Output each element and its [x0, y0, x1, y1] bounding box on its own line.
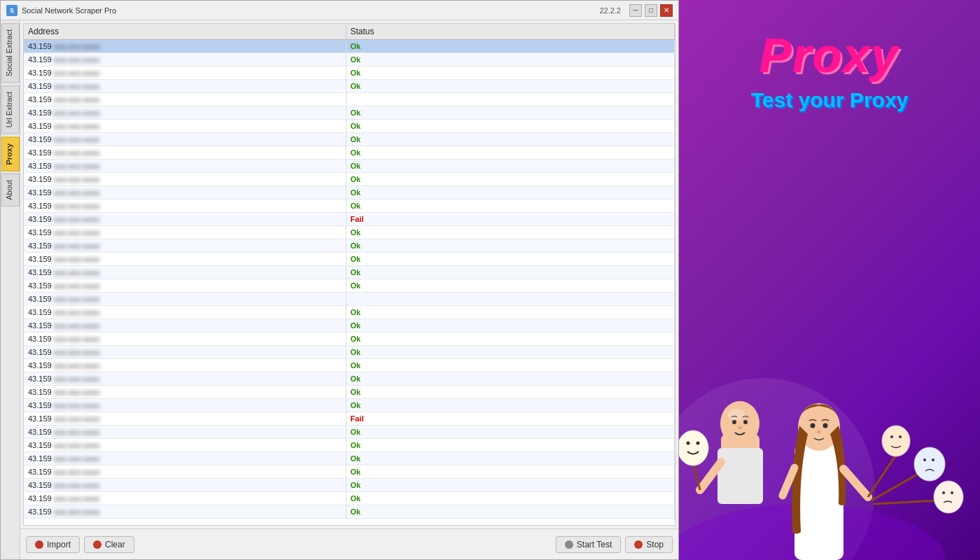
status-cell: Ok	[346, 200, 675, 213]
address-cell: 43.159 ●●●.●●●.●●●●	[24, 93, 346, 106]
stop-button[interactable]: Stop	[625, 536, 673, 553]
svg-line-21	[868, 455, 896, 497]
address-cell: 43.159 ●●●.●●●.●●●●	[24, 492, 346, 505]
table-row[interactable]: 43.159 ●●●.●●●.●●●●Ok	[24, 386, 675, 399]
start-test-button[interactable]: Start Test	[556, 536, 621, 553]
status-cell: Ok	[346, 173, 675, 186]
table-row[interactable]: 43.159 ●●●.●●●.●●●●Ok	[24, 332, 675, 346]
stop-icon	[634, 540, 643, 549]
maximize-button[interactable]: □	[645, 4, 657, 17]
status-cell: Ok	[346, 319, 675, 332]
proxy-table-container[interactable]: Address Status 43.159 ●●●.●●●.●●●●Ok43.1…	[23, 23, 676, 526]
status-cell: Ok	[346, 439, 675, 452]
address-cell: 43.159 ●●●.●●●.●●●●	[24, 266, 346, 279]
status-cell: Ok	[346, 346, 675, 359]
table-row[interactable]: 43.159 ●●●.●●●.●●●●	[24, 293, 675, 306]
table-row[interactable]: 43.159 ●●●.●●●.●●●●Ok	[24, 226, 675, 239]
table-row[interactable]: 43.159 ●●●.●●●.●●●●Ok	[24, 306, 675, 319]
address-cell: 43.159 ●●●.●●●.●●●●	[24, 426, 346, 439]
proxy-title: Proxy	[760, 28, 899, 83]
sidebar-item-about[interactable]: About	[1, 174, 20, 206]
table-row[interactable]: 43.159 ●●●.●●●.●●●●Ok	[24, 492, 675, 505]
address-cell: 43.159 ●●●.●●●.●●●●	[24, 106, 346, 120]
minimize-button[interactable]: ─	[629, 4, 642, 17]
svg-point-32	[951, 491, 953, 494]
address-cell: 43.159 ●●●.●●●.●●●●	[24, 66, 346, 80]
address-cell: 43.159 ●●●.●●●.●●●●	[24, 399, 346, 412]
table-row[interactable]: 43.159 ●●●.●●●.●●●●Ok	[24, 439, 675, 452]
table-row[interactable]: 43.159 ●●●.●●●.●●●●Fail	[24, 412, 675, 426]
table-row[interactable]: 43.159 ●●●.●●●.●●●●Ok	[24, 173, 675, 186]
import-icon	[35, 540, 43, 549]
address-cell: 43.159 ●●●.●●●.●●●●	[24, 332, 346, 346]
svg-point-5	[732, 420, 736, 424]
address-cell: 43.159 ●●●.●●●.●●●●	[24, 372, 346, 386]
table-header: Address Status	[24, 24, 675, 40]
sidebar-item-social-extract[interactable]: Social Extract	[1, 23, 20, 83]
table-row[interactable]: 43.159 ●●●.●●●.●●●●Ok	[24, 372, 675, 386]
table-row[interactable]: 43.159 ●●●.●●●.●●●●Ok	[24, 133, 675, 146]
table-row[interactable]: 43.159 ●●●.●●●.●●●●Ok	[24, 239, 675, 253]
close-button[interactable]: ✕	[660, 4, 673, 17]
table-row[interactable]: 43.159 ●●●.●●●.●●●●Ok	[24, 40, 675, 53]
sidebar-item-proxy[interactable]: Proxy	[1, 137, 20, 172]
table-body: 43.159 ●●●.●●●.●●●●Ok43.159 ●●●.●●●.●●●●…	[24, 40, 675, 519]
clear-icon	[93, 540, 102, 549]
table-row[interactable]: 43.159 ●●●.●●●.●●●●	[24, 93, 675, 106]
clear-button[interactable]: Clear	[84, 536, 134, 553]
address-cell: 43.159 ●●●.●●●.●●●●	[24, 439, 346, 452]
status-cell: Ok	[346, 465, 675, 479]
status-cell: Ok	[346, 359, 675, 372]
address-cell: 43.159 ●●●.●●●.●●●●	[24, 386, 346, 399]
title-bar: S Social Network Scraper Pro 22.2.2 ─ □ …	[1, 1, 678, 20]
sidebar-item-url-extract[interactable]: Url Extract	[1, 85, 20, 134]
table-row[interactable]: 43.159 ●●●.●●●.●●●●Ok	[24, 426, 675, 439]
status-cell: Ok	[346, 106, 675, 120]
address-cell: 43.159 ●●●.●●●.●●●●	[24, 80, 346, 93]
app-version: 22.2.2	[599, 6, 621, 15]
address-cell: 43.159 ●●●.●●●.●●●●	[24, 479, 346, 492]
table-row[interactable]: 43.159 ●●●.●●●.●●●●Ok	[24, 120, 675, 133]
status-cell: Ok	[346, 66, 675, 80]
table-row[interactable]: 43.159 ●●●.●●●.●●●●Ok	[24, 505, 675, 519]
table-row[interactable]: 43.159 ●●●.●●●.●●●●Ok	[24, 80, 675, 93]
table-row[interactable]: 43.159 ●●●.●●●.●●●●Ok	[24, 266, 675, 279]
table-row[interactable]: 43.159 ●●●.●●●.●●●●Ok	[24, 452, 675, 465]
right-panel: Proxy Test your Proxy	[679, 0, 980, 560]
characters-svg	[679, 294, 980, 560]
start-icon	[565, 540, 573, 549]
svg-point-26	[914, 447, 945, 481]
table-row[interactable]: 43.159 ●●●.●●●.●●●●Ok	[24, 66, 675, 80]
table-row[interactable]: 43.159 ●●●.●●●.●●●●Ok	[24, 319, 675, 332]
status-cell: Ok	[346, 239, 675, 253]
address-cell: 43.159 ●●●.●●●.●●●●	[24, 133, 346, 146]
address-cell: 43.159 ●●●.●●●.●●●●	[24, 186, 346, 200]
svg-line-29	[874, 500, 938, 504]
address-cell: 43.159 ●●●.●●●.●●●●	[24, 346, 346, 359]
table-row[interactable]: 43.159 ●●●.●●●.●●●●Ok	[24, 359, 675, 372]
table-row[interactable]: 43.159 ●●●.●●●.●●●●Ok	[24, 200, 675, 213]
table-row[interactable]: 43.159 ●●●.●●●.●●●●Ok	[24, 399, 675, 412]
table-row[interactable]: 43.159 ●●●.●●●.●●●●Ok	[24, 346, 675, 359]
status-cell: Ok	[346, 332, 675, 346]
status-cell: Ok	[346, 306, 675, 319]
table-row[interactable]: 43.159 ●●●.●●●.●●●●Ok	[24, 479, 675, 492]
table-row[interactable]: 43.159 ●●●.●●●.●●●●Ok	[24, 53, 675, 66]
table-row[interactable]: 43.159 ●●●.●●●.●●●●Ok	[24, 106, 675, 120]
table-row[interactable]: 43.159 ●●●.●●●.●●●●Fail	[24, 213, 675, 226]
svg-point-7	[738, 426, 742, 429]
svg-point-12	[696, 442, 700, 445]
table-row[interactable]: 43.159 ●●●.●●●.●●●●Ok	[24, 279, 675, 293]
table-row[interactable]: 43.159 ●●●.●●●.●●●●Ok	[24, 465, 675, 479]
address-cell: 43.159 ●●●.●●●.●●●●	[24, 226, 346, 239]
table-row[interactable]: 43.159 ●●●.●●●.●●●●Ok	[24, 146, 675, 160]
table-row[interactable]: 43.159 ●●●.●●●.●●●●Ok	[24, 253, 675, 266]
svg-rect-2	[718, 448, 763, 504]
svg-line-25	[872, 472, 920, 500]
import-button[interactable]: Import	[26, 536, 80, 553]
table-row[interactable]: 43.159 ●●●.●●●.●●●●Ok	[24, 186, 675, 200]
address-cell: 43.159 ●●●.●●●.●●●●	[24, 40, 346, 53]
table-row[interactable]: 43.159 ●●●.●●●.●●●●Ok	[24, 160, 675, 173]
svg-point-10	[679, 430, 708, 465]
status-cell: Ok	[346, 53, 675, 66]
